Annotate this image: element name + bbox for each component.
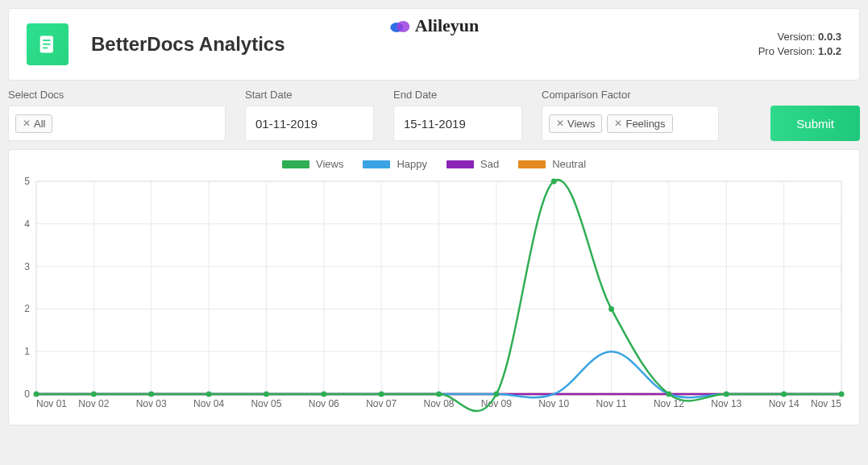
svg-text:Nov 13: Nov 13 [711,398,741,409]
page-title: BetterDocs Analytics [91,33,285,56]
legend-item[interactable]: Neutral [518,158,586,170]
svg-rect-1 [43,39,50,41]
svg-text:Nov 14: Nov 14 [769,398,799,409]
analytics-chart: 012345Nov 01Nov 02Nov 03Nov 04Nov 05Nov … [17,175,849,417]
svg-text:1: 1 [24,346,30,357]
comparison-tag[interactable]: ✕Views [549,114,602,133]
legend-item[interactable]: Sad [446,158,499,170]
header: BetterDocs Analytics Alileyun Version: 0… [8,8,860,81]
remove-tag-icon[interactable]: ✕ [614,118,622,129]
brand-label: Alileyun [389,15,479,36]
svg-point-5 [397,21,409,32]
start-date-input[interactable] [245,106,374,141]
svg-point-50 [91,392,97,397]
svg-point-57 [493,392,499,397]
svg-point-60 [666,392,671,397]
legend-label: Sad [480,158,499,170]
svg-text:4: 4 [24,218,30,230]
svg-text:2: 2 [24,303,30,314]
svg-point-62 [781,392,787,397]
remove-tag-icon[interactable]: ✕ [23,118,31,129]
svg-text:Nov 03: Nov 03 [136,398,167,409]
comparison-input[interactable]: ✕Views✕Feelings [542,106,719,141]
svg-rect-2 [43,44,50,45]
legend-swatch [518,160,546,168]
chart-container: ViewsHappySadNeutral 012345Nov 01Nov 02N… [8,149,860,426]
svg-text:Nov 05: Nov 05 [251,398,281,409]
legend-swatch [446,160,474,168]
svg-point-53 [264,392,269,397]
svg-text:Nov 08: Nov 08 [423,398,454,409]
comparison-tag[interactable]: ✕Feelings [607,114,672,133]
svg-point-61 [724,392,729,397]
svg-text:Nov 11: Nov 11 [596,398,627,409]
legend-swatch [363,160,390,168]
svg-point-58 [551,179,557,185]
svg-point-54 [321,392,326,397]
svg-text:5: 5 [24,176,30,187]
version-info: Version: 0.0.3 Pro Version: 1.0.2 [758,30,841,59]
filter-bar: Select Docs ✕All Start Date End Date Com… [0,89,868,149]
legend-swatch [282,160,309,168]
svg-text:Nov 07: Nov 07 [366,398,397,409]
svg-text:Nov 10: Nov 10 [538,398,569,409]
svg-text:Nov 02: Nov 02 [78,398,109,409]
svg-point-55 [379,392,384,397]
svg-text:Nov 06: Nov 06 [309,398,339,409]
comparison-label: Comparison Factor [542,89,719,101]
svg-point-49 [34,392,39,397]
chart-legend: ViewsHappySadNeutral [17,158,851,170]
end-date-label: End Date [393,89,522,101]
legend-label: Views [316,158,343,170]
svg-point-63 [839,392,845,397]
svg-text:Nov 01: Nov 01 [36,398,67,409]
svg-text:0: 0 [24,388,30,400]
end-date-input[interactable] [393,106,522,141]
svg-text:Nov 15: Nov 15 [811,398,841,409]
legend-label: Neutral [552,158,586,170]
legend-item[interactable]: Happy [363,158,427,170]
svg-point-52 [206,392,212,397]
svg-point-51 [148,392,154,397]
svg-point-59 [608,306,614,312]
svg-text:3: 3 [24,261,30,272]
remove-tag-icon[interactable]: ✕ [556,118,564,129]
svg-rect-3 [43,48,48,49]
brand-cloud-icon [389,18,410,34]
legend-label: Happy [397,158,427,170]
select-docs-input[interactable]: ✕All [8,106,226,141]
start-date-label: Start Date [245,89,374,101]
legend-item[interactable]: Views [282,158,343,170]
submit-button[interactable]: Submit [770,106,860,141]
svg-text:Nov 04: Nov 04 [193,398,224,409]
select-docs-tag[interactable]: ✕All [15,114,52,133]
svg-point-56 [436,392,442,397]
app-logo-icon [27,23,69,65]
select-docs-label: Select Docs [8,89,226,101]
